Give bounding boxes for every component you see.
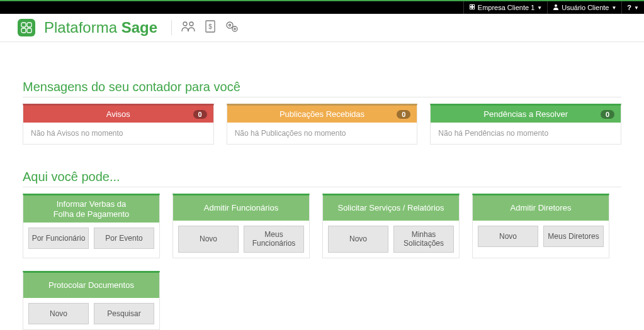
user-menu[interactable]: Usuário Cliente ▼ [547,1,621,14]
logo-text: Plataforma Sage [44,19,157,36]
btn-meus-funcionarios[interactable]: Meus Funcionários [244,226,304,253]
panel-pendencias-header[interactable]: Pendências a Resolver 0 [431,106,621,123]
svg-rect-2 [473,5,474,6]
svg-point-16 [232,26,237,31]
btn-novo[interactable]: Novo [178,226,239,253]
actions-grid: Informar Verbas da Folha de Pagamento Po… [23,194,621,330]
card-title: Admitir Funcionários [173,195,309,221]
count-badge: 0 [397,110,410,119]
panel-body: Não há Publicações no momento [227,123,417,144]
svg-rect-7 [27,23,31,27]
card-solicitar: Solicitar Serviços / Relatórios Novo Min… [322,194,460,258]
card-protocolar: Protocolar Documentos Novo Pesquisar [23,271,160,330]
btn-minhas-solicitacoes[interactable]: Minhas Solicitações [393,226,454,253]
caret-down-icon: ▼ [611,5,616,11]
card-admitir-diretores: Admitir Diretores Novo Meus Diretores [472,194,609,258]
card-title: Solicitar Serviços / Relatórios [323,195,459,221]
panel-pendencias: Pendências a Resolver 0 Não há Pendência… [430,104,621,145]
brand-word2: Sage [121,19,157,36]
topbar: Empresa Cliente 1 ▼ Usuário Cliente ▼ ? … [0,0,644,14]
btn-pesquisar[interactable]: Pesquisar [94,303,154,324]
count-badge: 0 [193,110,207,119]
header: Plataforma Sage $ [0,14,644,42]
user-icon [553,4,559,11]
svg-rect-1 [470,5,472,6]
panel-avisos: Avisos 0 Não há Avisos no momento [23,104,214,145]
btn-meus-diretores[interactable]: Meus Diretores [543,226,604,247]
svg-point-14 [227,22,233,28]
card-admitir-funcionarios: Admitir Funcionários Novo Meus Funcionár… [172,194,310,258]
card-title: Informar Verbas da Folha de Pagamento [23,195,159,223]
document-money-icon[interactable]: $ [205,20,216,35]
panel-title: Pendências a Resolver [483,109,568,119]
help-icon: ? [627,4,631,11]
btn-novo[interactable]: Novo [28,303,89,324]
company-selector[interactable]: Empresa Cliente 1 ▼ [463,1,547,14]
settings-gear-icon[interactable] [225,20,239,35]
svg-point-11 [189,22,193,26]
caret-down-icon: ▼ [537,5,542,11]
brand-word1: Plataforma [44,19,117,36]
panel-body: Não há Avisos no momento [23,123,213,144]
btn-novo[interactable]: Novo [328,226,388,253]
panel-body: Não há Pendências no momento [431,123,621,144]
logo-badge[interactable] [18,19,35,36]
svg-rect-4 [473,8,474,9]
people-icon[interactable] [181,20,196,35]
panel-avisos-header[interactable]: Avisos 0 [23,106,213,123]
svg-point-10 [183,22,187,26]
panel-title: Publicações Recebidas [280,109,364,119]
svg-rect-8 [21,28,26,33]
btn-novo[interactable]: Novo [478,226,538,247]
actions-section-title: Aqui você pode... [23,170,621,187]
card-title: Admitir Diretores [473,195,609,221]
building-icon [469,4,475,11]
main-content: Mensagens do seu contador para você Avis… [0,42,644,330]
btn-por-evento[interactable]: Por Evento [94,228,154,249]
user-name: Usuário Cliente [562,4,609,11]
btn-por-funcionario[interactable]: Por Funcionário [28,228,89,249]
count-badge: 0 [601,110,614,119]
header-icons: $ [171,20,239,35]
messages-row: Avisos 0 Não há Avisos no momento Public… [23,104,621,145]
card-title: Protocolar Documentos [23,273,159,298]
svg-point-15 [229,25,231,26]
company-name: Empresa Cliente 1 [478,4,535,11]
svg-rect-6 [21,23,26,27]
svg-rect-3 [470,8,472,9]
svg-text:$: $ [208,23,212,30]
svg-point-5 [555,4,557,7]
svg-point-17 [234,28,235,30]
caret-down-icon: ▼ [634,5,639,11]
svg-rect-9 [27,28,31,33]
panel-publicacoes: Publicações Recebidas 0 Não há Publicaçõ… [227,104,418,145]
messages-section-title: Mensagens do seu contador para você [23,80,621,97]
card-verbas: Informar Verbas da Folha de Pagamento Po… [23,194,160,258]
panel-title: Avisos [106,109,130,119]
logo-icon [21,22,32,33]
panel-publicacoes-header[interactable]: Publicações Recebidas 0 [227,106,417,123]
help-menu[interactable]: ? ▼ [621,1,644,14]
